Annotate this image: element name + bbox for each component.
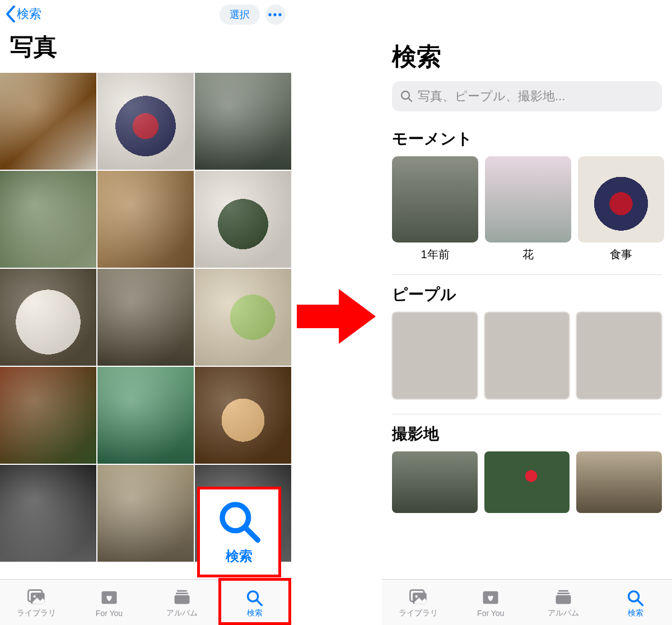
tab-label: For You: [477, 609, 504, 618]
screen-photos: 検索 選択 ••• 写真 検索: [0, 0, 291, 625]
moment-thumb: [578, 156, 664, 242]
place-thumb[interactable]: [576, 451, 662, 513]
tab-label: ライブラリ: [17, 608, 56, 618]
tab-label: アルバム: [548, 608, 579, 618]
places-row: [382, 451, 672, 513]
photo-thumb[interactable]: [97, 367, 194, 464]
svg-line-1: [245, 528, 258, 540]
moment-thumb: [392, 156, 478, 242]
arrow-right: [291, 283, 381, 350]
section-header-moments: モーメント: [382, 123, 672, 156]
tab-label: For You: [96, 609, 123, 618]
flex-spacer: [382, 513, 672, 579]
place-thumb[interactable]: [392, 451, 478, 513]
albums-icon: [172, 587, 192, 607]
heart-card-icon: [99, 588, 119, 607]
tab-bar: ライブラリ For You アルバム 検索: [382, 579, 672, 625]
photo-thumb[interactable]: [0, 465, 96, 562]
place-thumb[interactable]: [484, 451, 570, 513]
chevron-left-icon: [6, 6, 16, 22]
tab-albums[interactable]: アルバム: [146, 587, 218, 618]
photo-thumb[interactable]: [195, 73, 291, 170]
section-header-people: ピープル: [382, 278, 672, 312]
nav-bar: 検索 選択 •••: [0, 0, 291, 28]
page-title: 写真: [0, 28, 291, 73]
select-button[interactable]: 選択: [220, 4, 260, 25]
svg-point-16: [415, 595, 418, 598]
svg-rect-18: [558, 590, 568, 592]
search-input[interactable]: 写真、ピープル、撮影地...: [392, 81, 662, 111]
svg-rect-6: [177, 590, 187, 592]
svg-line-13: [409, 99, 412, 102]
svg-point-4: [33, 595, 36, 598]
photo-thumb[interactable]: [0, 367, 96, 464]
moment-item[interactable]: 食事: [578, 156, 664, 262]
tab-for-you[interactable]: For You: [73, 588, 146, 618]
photo-thumb[interactable]: [0, 171, 96, 268]
search-icon: [626, 587, 646, 607]
search-placeholder: 写真、ピープル、撮影地...: [418, 88, 565, 105]
tab-for-you[interactable]: For You: [455, 588, 528, 618]
tab-search[interactable]: 検索: [600, 587, 673, 618]
more-button[interactable]: •••: [265, 4, 286, 25]
divider: [392, 274, 662, 275]
tab-library[interactable]: ライブラリ: [0, 587, 73, 618]
page-title: 検索: [382, 40, 672, 81]
search-icon: [400, 90, 413, 103]
nav-right: 選択 •••: [220, 4, 286, 25]
albums-icon: [553, 587, 573, 607]
divider: [392, 414, 662, 414]
people-thumb[interactable]: [392, 312, 478, 399]
arrow-right-icon: [294, 286, 378, 347]
photo-thumb[interactable]: [97, 269, 194, 366]
photo-thumb[interactable]: [97, 465, 194, 562]
search-icon: [217, 499, 262, 544]
tab-label: 検索: [628, 608, 643, 618]
photo-thumb[interactable]: [0, 73, 96, 170]
library-icon: [26, 587, 46, 607]
people-thumb[interactable]: [484, 312, 570, 399]
status-spacer: [382, 0, 672, 40]
svg-rect-19: [557, 593, 570, 594]
tab-label: アルバム: [166, 608, 198, 618]
people-thumb[interactable]: [576, 312, 662, 399]
heart-card-icon: [480, 588, 501, 607]
photo-thumb[interactable]: [195, 367, 291, 464]
section-header-places: 撮影地: [382, 418, 672, 451]
ellipsis-icon: •••: [268, 8, 283, 21]
back-label: 検索: [17, 6, 41, 22]
svg-rect-20: [556, 595, 571, 604]
people-row: [382, 312, 672, 402]
screen-search: 検索 写真、ピープル、撮影地... モーメント 1年前 花 食事 ピープル 撮影…: [382, 0, 672, 625]
moment-label: 1年前: [392, 247, 478, 262]
photo-thumb[interactable]: [97, 171, 194, 268]
svg-marker-11: [297, 289, 376, 344]
back-button[interactable]: 検索: [6, 6, 41, 22]
search-callout-label: 検索: [226, 547, 253, 565]
moment-label: 花: [485, 247, 571, 262]
moments-row: 1年前 花 食事: [382, 156, 672, 262]
search-tab-highlight: [218, 578, 291, 625]
photo-thumb[interactable]: [97, 73, 194, 170]
moment-thumb: [485, 156, 571, 242]
tab-label: ライブラリ: [399, 608, 438, 618]
library-icon: [408, 587, 428, 607]
tab-library[interactable]: ライブラリ: [382, 587, 455, 618]
moment-item[interactable]: 1年前: [392, 156, 478, 262]
photo-thumb[interactable]: [195, 269, 291, 366]
svg-rect-8: [175, 595, 190, 604]
search-callout-highlight[interactable]: 検索: [197, 487, 281, 577]
tab-albums[interactable]: アルバム: [527, 587, 600, 618]
photo-thumb[interactable]: [0, 269, 96, 366]
svg-line-22: [638, 600, 643, 605]
moment-item[interactable]: 花: [485, 156, 571, 262]
photo-thumb[interactable]: [195, 171, 291, 268]
moment-label: 食事: [578, 247, 664, 262]
svg-rect-7: [176, 593, 189, 594]
